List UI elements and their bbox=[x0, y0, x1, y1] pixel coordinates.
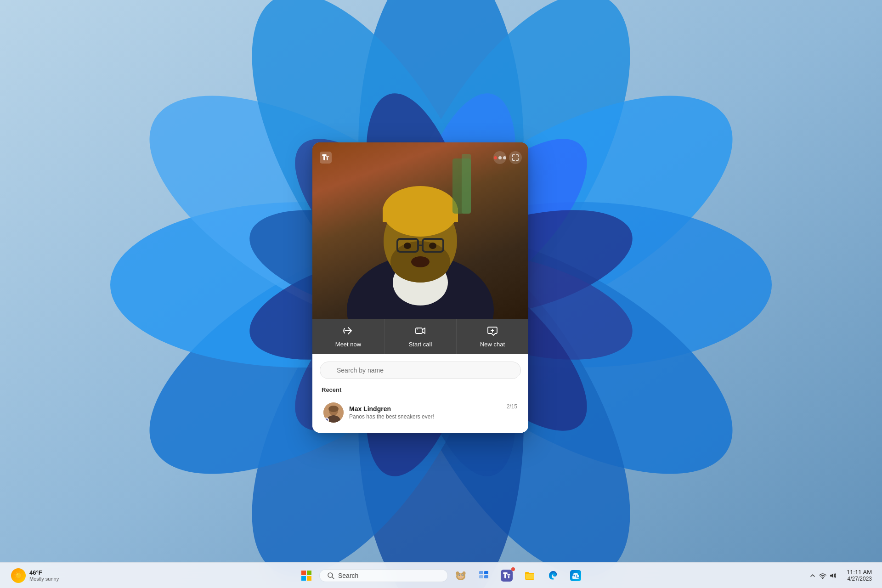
svg-rect-67 bbox=[484, 571, 488, 574]
svg-point-63 bbox=[456, 571, 459, 575]
svg-rect-51 bbox=[301, 571, 306, 575]
new-chat-label: New chat bbox=[480, 341, 505, 348]
taskbar-search-label: Search bbox=[338, 572, 358, 579]
widgets-button[interactable] bbox=[451, 565, 471, 586]
svg-rect-42 bbox=[323, 156, 325, 160]
svg-line-56 bbox=[332, 577, 334, 579]
teams-more-options-button[interactable] bbox=[493, 151, 506, 164]
teams-logo[interactable] bbox=[319, 151, 333, 164]
svg-rect-44 bbox=[327, 157, 328, 161]
contact-name: Max Lindgren bbox=[349, 405, 501, 413]
svg-point-64 bbox=[463, 571, 466, 575]
edge-button[interactable] bbox=[543, 565, 563, 586]
new-chat-icon bbox=[487, 326, 498, 338]
weather-description: Mostly sunny bbox=[29, 576, 59, 582]
teams-fullscreen-button[interactable] bbox=[509, 151, 522, 164]
taskbar-center: Search bbox=[296, 565, 586, 586]
svg-point-61 bbox=[458, 574, 459, 575]
taskbar-search-bar[interactable]: Search bbox=[319, 569, 448, 582]
clock-date: 4/27/2023 bbox=[848, 576, 872, 582]
svg-rect-66 bbox=[479, 571, 483, 574]
teams-recent-section: Recent Max Lindgren Panos has the best s… bbox=[312, 383, 528, 433]
svg-rect-31 bbox=[383, 208, 458, 222]
file-explorer-button[interactable] bbox=[520, 565, 540, 586]
search-wrapper: 🔍 bbox=[320, 362, 521, 379]
teams-popup: Meet now Start call bbox=[312, 142, 528, 433]
svg-rect-69 bbox=[484, 575, 488, 578]
message-time: 2/15 bbox=[507, 402, 517, 410]
taskbar-search-icon bbox=[327, 572, 334, 579]
task-view-button[interactable] bbox=[474, 565, 494, 586]
svg-rect-72 bbox=[504, 574, 506, 578]
meet-now-icon bbox=[343, 326, 353, 338]
online-status-indicator bbox=[324, 418, 329, 422]
svg-rect-43 bbox=[326, 156, 329, 157]
svg-rect-74 bbox=[508, 575, 509, 578]
svg-rect-70 bbox=[501, 570, 513, 582]
start-call-icon bbox=[415, 326, 425, 338]
show-hidden-icons-button[interactable] bbox=[808, 571, 817, 580]
svg-rect-40 bbox=[320, 152, 332, 164]
taskbar: ☀️ 46°F Mostly sunny bbox=[0, 562, 882, 588]
start-call-button[interactable]: Start call bbox=[384, 319, 457, 354]
taskbar-right: 11:11 AM 4/27/2023 bbox=[804, 568, 876, 583]
contact-avatar bbox=[323, 402, 344, 423]
svg-rect-54 bbox=[307, 576, 311, 581]
svg-rect-45 bbox=[416, 328, 422, 334]
teams-search-section: 🔍 bbox=[312, 354, 528, 383]
svg-rect-41 bbox=[322, 154, 327, 156]
contact-info: Max Lindgren Panos has the best sneakers… bbox=[349, 405, 501, 420]
svg-point-35 bbox=[404, 243, 411, 249]
new-chat-button[interactable]: New chat bbox=[457, 319, 528, 354]
svg-point-46 bbox=[417, 329, 418, 330]
teams-header-controls bbox=[493, 151, 522, 164]
weather-temperature: 46°F bbox=[29, 569, 59, 576]
teams-taskbar-button[interactable] bbox=[497, 565, 517, 586]
teams-action-bar: Meet now Start call bbox=[312, 319, 528, 354]
volume-icon[interactable] bbox=[828, 571, 837, 580]
taskbar-left: ☀️ 46°F Mostly sunny bbox=[0, 566, 92, 585]
svg-point-37 bbox=[411, 256, 430, 267]
store-button[interactable] bbox=[565, 565, 586, 586]
svg-rect-75 bbox=[526, 574, 534, 579]
system-tray[interactable] bbox=[804, 569, 841, 582]
recent-header: Recent bbox=[320, 386, 521, 393]
meet-now-button[interactable]: Meet now bbox=[312, 319, 384, 354]
svg-point-78 bbox=[822, 578, 823, 579]
more-options-icon bbox=[494, 156, 506, 159]
person-video bbox=[342, 145, 498, 319]
desktop: Meet now Start call bbox=[0, 0, 882, 588]
video-background bbox=[312, 142, 528, 319]
contact-last-message: Panos has the best sneakers ever! bbox=[349, 413, 501, 420]
system-clock[interactable]: 11:11 AM 4/27/2023 bbox=[843, 568, 876, 583]
meet-now-label: Meet now bbox=[335, 341, 361, 348]
teams-search-input[interactable] bbox=[320, 362, 521, 379]
svg-rect-68 bbox=[479, 575, 483, 578]
weather-text: 46°F Mostly sunny bbox=[29, 569, 59, 582]
weather-widget[interactable]: ☀️ 46°F Mostly sunny bbox=[6, 566, 63, 585]
teams-video-section bbox=[312, 142, 528, 319]
svg-rect-53 bbox=[301, 576, 306, 581]
svg-point-50 bbox=[328, 406, 339, 412]
wifi-icon[interactable] bbox=[818, 571, 827, 580]
svg-rect-52 bbox=[307, 571, 311, 575]
clock-time: 11:11 AM bbox=[847, 569, 872, 576]
start-button[interactable] bbox=[296, 565, 317, 586]
teams-notification-badge bbox=[511, 567, 515, 571]
teams-header-bar bbox=[312, 147, 528, 168]
recent-item[interactable]: Max Lindgren Panos has the best sneakers… bbox=[320, 398, 521, 427]
svg-rect-71 bbox=[503, 572, 508, 574]
weather-icon: ☀️ bbox=[11, 568, 26, 583]
svg-rect-73 bbox=[507, 574, 510, 576]
svg-point-36 bbox=[429, 243, 436, 249]
start-call-label: Start call bbox=[409, 341, 432, 348]
